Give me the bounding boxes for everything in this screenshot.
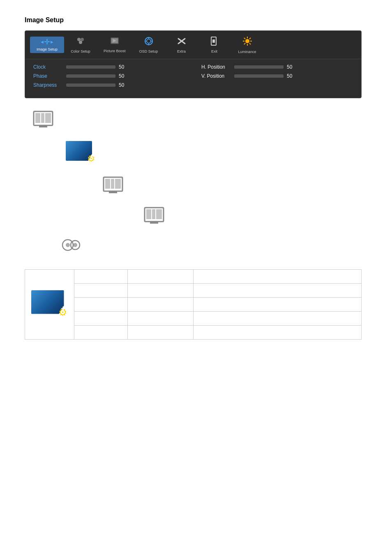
table-cell — [128, 270, 194, 284]
clock-label: Clock — [33, 64, 66, 70]
exit-nav-icon — [210, 36, 219, 48]
settings-row-hposition: H. Position 50 — [201, 64, 353, 70]
exit-svg-icon — [62, 237, 81, 253]
monitor-icon-1 — [33, 111, 53, 129]
nav-label-luminance: Luminance — [238, 50, 256, 54]
table-cell — [74, 284, 128, 298]
monitor-svg-2 — [103, 176, 123, 194]
svg-rect-39 — [150, 222, 158, 224]
settings-right: H. Position 50 V. Position 50 — [201, 64, 353, 91]
clock-slider[interactable] — [66, 65, 115, 69]
table-cell — [128, 326, 194, 340]
vposition-value: 50 — [287, 73, 297, 79]
phase-slider[interactable] — [66, 74, 115, 78]
table-cell — [194, 298, 362, 312]
settings-row-sharpness: Sharpness 50 — [33, 82, 185, 88]
phase-value: 50 — [119, 73, 129, 79]
svg-line-22 — [249, 43, 251, 44]
svg-rect-36 — [146, 209, 151, 219]
table-cell — [128, 284, 194, 298]
table-cell — [74, 326, 128, 340]
table-cell — [128, 298, 194, 312]
svg-rect-27 — [41, 113, 44, 123]
osd-menu: ◀ ✛ ▶ Image Setup Color Setup — [25, 30, 362, 98]
svg-line-24 — [244, 43, 245, 44]
nav-item-osd-setup[interactable]: OSD Setup — [132, 35, 165, 55]
table-cell — [194, 284, 362, 298]
table-row — [25, 284, 362, 298]
icons-section: ⚙ ✛ — [25, 111, 367, 257]
table-cell — [74, 312, 128, 326]
table-cell — [74, 298, 128, 312]
table-cell — [194, 326, 362, 340]
nav-item-color-setup[interactable]: Color Setup — [64, 35, 97, 55]
nav-label-extra: Extra — [177, 49, 186, 53]
svg-rect-28 — [45, 113, 51, 123]
svg-rect-33 — [115, 179, 121, 189]
svg-rect-38 — [156, 209, 162, 219]
sharpness-slider[interactable] — [66, 83, 115, 87]
table-image-cell: ⚙ ✛ — [25, 270, 74, 340]
svg-point-7 — [147, 39, 151, 43]
svg-rect-31 — [105, 179, 110, 189]
nav-item-exit[interactable]: Exit — [198, 35, 231, 55]
svg-rect-34 — [109, 191, 117, 193]
svg-rect-32 — [111, 179, 114, 189]
table-cell — [194, 312, 362, 326]
settings-row-phase: Phase 50 — [33, 73, 185, 79]
table-cell — [194, 270, 362, 284]
nav-item-luminance[interactable]: Luminance — [231, 34, 264, 56]
phase-label: Phase — [33, 73, 66, 79]
extra-nav-icon — [177, 36, 187, 48]
table-cell — [128, 312, 194, 326]
icons-row-5 — [25, 237, 367, 257]
svg-point-41 — [66, 243, 70, 247]
svg-rect-15 — [212, 39, 215, 43]
image-setup-icon-large: ⚙ ✛ — [66, 141, 95, 164]
table-row: ⚙ ✛ — [25, 270, 362, 284]
svg-point-0 — [77, 38, 81, 41]
exit-large-icon — [62, 237, 81, 253]
icons-row-4 — [25, 207, 367, 229]
table-row — [25, 298, 362, 312]
svg-line-21 — [244, 38, 245, 39]
sharpness-label: Sharpness — [33, 82, 66, 88]
picture-boost-nav-icon — [110, 37, 120, 47]
clock-value: 50 — [119, 64, 129, 70]
icons-row-2: ⚙ ✛ — [25, 141, 367, 168]
nav-item-image-setup[interactable]: ◀ ✛ ▶ Image Setup — [30, 37, 64, 53]
svg-line-23 — [249, 38, 251, 39]
bottom-table-container: ⚙ ✛ — [25, 269, 367, 340]
svg-rect-37 — [152, 209, 155, 219]
svg-point-2 — [79, 41, 82, 44]
svg-rect-29 — [39, 125, 47, 127]
hposition-value: 50 — [287, 64, 297, 70]
osd-setup-nav-icon — [144, 36, 154, 48]
svg-point-43 — [73, 243, 77, 247]
nav-label-color-setup: Color Setup — [71, 49, 90, 53]
icons-row-3 — [25, 176, 367, 199]
nav-label-picture-boost: Picture Boost — [104, 49, 126, 53]
osd-nav: ◀ ✛ ▶ Image Setup Color Setup — [25, 31, 361, 59]
monitor-svg-3 — [144, 207, 164, 225]
monitor-icon-3 — [144, 207, 164, 225]
luminance-nav-icon — [242, 36, 253, 48]
vposition-label: V. Position — [201, 73, 234, 79]
page-title: Image Setup — [25, 16, 367, 24]
svg-point-16 — [245, 39, 249, 43]
svg-rect-26 — [35, 113, 40, 123]
vposition-slider[interactable] — [234, 74, 284, 78]
nav-label-image-setup: Image Setup — [37, 47, 58, 51]
nav-item-extra[interactable]: Extra — [165, 35, 198, 55]
nav-item-picture-boost[interactable]: Picture Boost — [97, 35, 132, 55]
table-row — [25, 312, 362, 326]
monitor-icon-2 — [103, 176, 123, 194]
table-row — [25, 326, 362, 340]
osd-content: Clock 50 Phase 50 Sharpness 50 — [25, 59, 361, 98]
page-container: Image Setup ◀ ✛ ▶ Image Setup — [0, 0, 392, 356]
image-setup-nav-icon: ◀ ✛ ▶ — [41, 38, 53, 46]
hposition-slider[interactable] — [234, 65, 284, 69]
settings-row-clock: Clock 50 — [33, 64, 185, 70]
svg-point-1 — [81, 38, 84, 41]
color-setup-nav-icon — [76, 36, 85, 48]
